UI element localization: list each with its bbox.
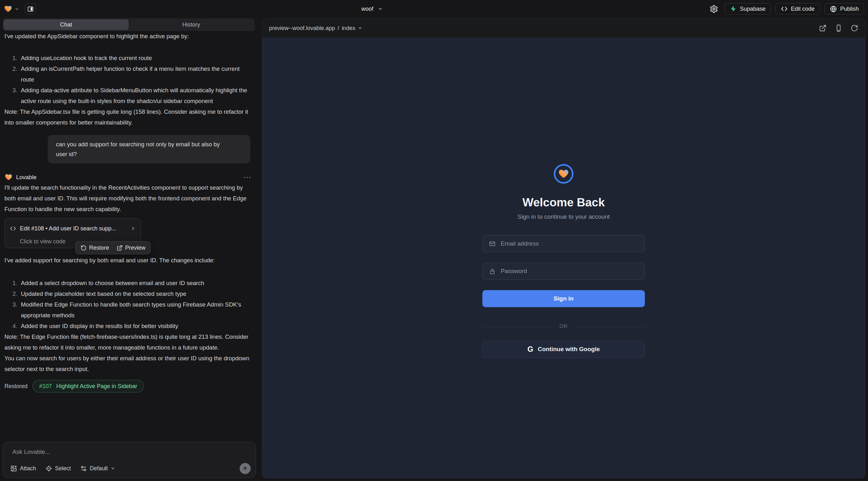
tab-chat[interactable]: Chat bbox=[3, 19, 129, 30]
panel-right-icon bbox=[27, 6, 34, 12]
preview-header: preview--woof.lovable.app / index bbox=[262, 19, 865, 38]
list-item: Updated the placeholder text based on th… bbox=[19, 289, 253, 299]
chat-messages: I've updated the AppSidebar component to… bbox=[0, 31, 258, 442]
code-icon bbox=[10, 225, 16, 232]
edit-code-button[interactable]: Edit code bbox=[775, 3, 820, 14]
tab-history[interactable]: History bbox=[129, 19, 254, 30]
settings-button[interactable] bbox=[708, 3, 720, 15]
list-item: Adding useLocation hook to track the cur… bbox=[19, 53, 253, 64]
or-divider: OR bbox=[483, 324, 645, 329]
restored-label: Restored bbox=[4, 381, 28, 391]
password-field[interactable] bbox=[483, 263, 645, 280]
project-menu[interactable]: woof bbox=[361, 0, 383, 18]
email-input[interactable] bbox=[500, 240, 638, 248]
preview-page: index bbox=[342, 25, 355, 32]
assistant-message: I've updated the AppSidebar component to… bbox=[4, 31, 253, 42]
chevron-down-icon bbox=[378, 6, 383, 11]
edit-actions-toolbar: Restore Preview bbox=[75, 241, 151, 254]
message-menu-button[interactable]: ⋯ bbox=[243, 172, 252, 183]
preview-url-breadcrumb[interactable]: preview--woof.lovable.app / index bbox=[269, 25, 362, 32]
lock-icon bbox=[489, 268, 496, 275]
assistant-name: Lovable bbox=[16, 172, 37, 183]
sign-in-button[interactable]: Sign in bbox=[483, 290, 645, 307]
chevron-down-icon[interactable] bbox=[14, 7, 19, 11]
composer: Attach Select Default bbox=[3, 442, 256, 478]
assistant-note: Note: The Edge Function file (fetch-fire… bbox=[4, 331, 253, 353]
chevron-right-icon bbox=[130, 226, 135, 231]
preview-app: Welcome Back Sign in to continue to your… bbox=[262, 38, 865, 478]
preview-domain: preview--woof.lovable.app bbox=[269, 25, 335, 32]
code-icon bbox=[781, 5, 788, 12]
assistant-header: Lovable ⋯ bbox=[4, 172, 253, 182]
assistant-list: Adding useLocation hook to track the cur… bbox=[4, 53, 253, 106]
publish-button[interactable]: Publish bbox=[825, 3, 864, 14]
toggle-sidebar-button[interactable] bbox=[25, 3, 36, 14]
preview-button[interactable]: Preview bbox=[117, 243, 146, 253]
page-title: Welcome Back bbox=[523, 196, 605, 210]
gear-icon bbox=[710, 5, 718, 13]
chat-history-tabs: Chat History bbox=[3, 18, 255, 31]
restore-button[interactable]: Restore bbox=[81, 243, 109, 253]
open-in-new-window-icon[interactable] bbox=[819, 24, 827, 32]
restore-icon bbox=[81, 245, 87, 251]
assistant-message: I've added support for searching by both… bbox=[4, 255, 253, 266]
chat-panel: Chat History I've updated the AppSidebar… bbox=[0, 18, 258, 481]
composer-input[interactable] bbox=[12, 448, 247, 460]
chat-mode-dropdown[interactable]: Default bbox=[80, 465, 115, 472]
restored-version-badge[interactable]: #107 Highlight Active Page in Sidebar bbox=[33, 380, 144, 392]
restored-row: Restored #107 Highlight Active Page in S… bbox=[4, 380, 253, 392]
chevron-down-icon bbox=[111, 466, 115, 471]
continue-with-google-button[interactable]: G Continue with Google bbox=[483, 341, 645, 358]
email-field[interactable] bbox=[483, 235, 645, 252]
list-item: Modified the Edge Function to handle bot… bbox=[19, 299, 253, 321]
list-item: Adding an isCurrentPath helper function … bbox=[19, 64, 253, 85]
supabase-icon bbox=[730, 5, 737, 12]
arrow-up-icon bbox=[242, 466, 248, 472]
user-message-bubble: can you add support for searching not on… bbox=[48, 135, 250, 163]
list-item: Added a select dropdown to choose betwee… bbox=[19, 278, 253, 289]
chevron-down-icon bbox=[358, 26, 362, 30]
locate-icon bbox=[45, 465, 52, 472]
edit-card-title: Edit #108 • Add user ID search supp... bbox=[20, 223, 127, 234]
external-link-icon bbox=[117, 245, 123, 251]
password-input[interactable] bbox=[500, 267, 638, 275]
image-plus-icon bbox=[10, 465, 17, 472]
globe-icon bbox=[830, 5, 837, 13]
refresh-icon[interactable] bbox=[850, 24, 858, 32]
edit-card-area: Edit #108 • Add user ID search supp... C… bbox=[4, 218, 253, 255]
attach-button[interactable]: Attach bbox=[10, 465, 36, 472]
lovable-heart-icon bbox=[4, 173, 13, 181]
assistant-message: You can now search for users by either t… bbox=[4, 353, 253, 375]
mobile-view-icon[interactable] bbox=[835, 24, 842, 32]
project-name: woof bbox=[361, 6, 373, 12]
supabase-button[interactable]: Supabase bbox=[724, 3, 771, 14]
or-label: OR bbox=[559, 324, 568, 329]
select-element-button[interactable]: Select bbox=[45, 465, 71, 472]
preview-panel: preview--woof.lovable.app / index Welcom… bbox=[262, 18, 865, 478]
google-g-icon: G bbox=[528, 345, 533, 354]
sliders-icon bbox=[80, 465, 87, 472]
lovable-app: woof Supabase Edit code Publish Chat bbox=[0, 0, 868, 481]
heart-logo-icon bbox=[558, 169, 569, 179]
assistant-message: I'll update the search functionality in … bbox=[4, 182, 253, 215]
path-separator: / bbox=[338, 25, 339, 32]
app-logo bbox=[554, 164, 574, 184]
list-item: Adding data-active attribute to SidebarM… bbox=[19, 85, 253, 106]
top-bar: woof Supabase Edit code Publish bbox=[0, 0, 868, 18]
lovable-logo-icon[interactable] bbox=[4, 5, 12, 13]
assistant-note: Note: The AppSidebar.tsx file is getting… bbox=[4, 106, 253, 128]
list-item: Added the user ID display in the results… bbox=[19, 321, 253, 331]
send-button[interactable] bbox=[240, 463, 251, 474]
assistant-list: Added a select dropdown to choose betwee… bbox=[4, 278, 253, 331]
page-subtitle: Sign in to continue to your account bbox=[518, 213, 610, 220]
envelope-icon bbox=[489, 241, 496, 247]
